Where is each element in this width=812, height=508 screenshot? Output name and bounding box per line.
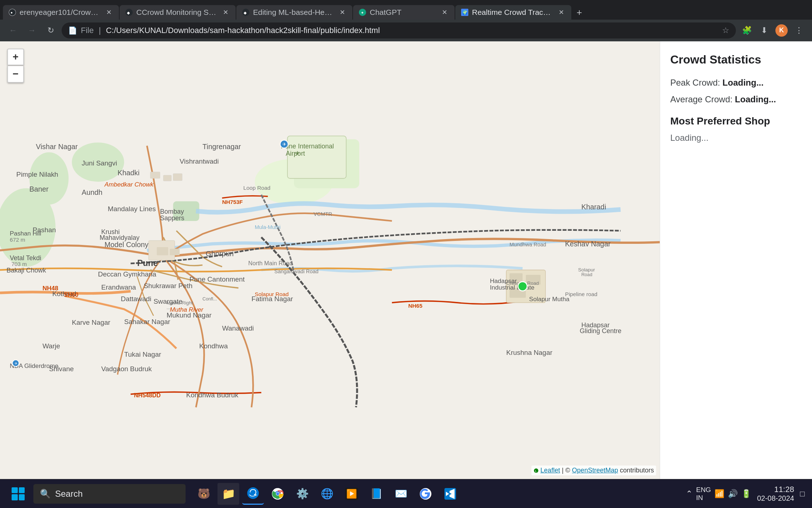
clock-time: 11:28 xyxy=(774,485,794,494)
windows-logo xyxy=(12,487,25,500)
clock-date: 02-08-2024 xyxy=(757,494,794,503)
map-attribution: L Leaflet | © OpenStreetMap contributors xyxy=(531,466,656,475)
forward-button[interactable]: → xyxy=(24,22,40,38)
peak-crowd-row: Peak Crowd: Loading... xyxy=(670,77,802,89)
tab-2-favicon: ◆ xyxy=(125,9,133,16)
nav-bar: ← → ↻ 📄 File | C:/Users/KUNAL/Downloads/… xyxy=(0,20,812,41)
tab-2[interactable]: ◆ CCrowd Monitoring System ✕ xyxy=(120,5,236,20)
tab-bar: ● erenyeager101/Crowd-monito... ✕ ◆ CCro… xyxy=(0,0,812,20)
address-bar[interactable]: 📄 File | C:/Users/KUNAL/Downloads/sam-ha… xyxy=(62,22,736,38)
svg-text:Juni Sangvi: Juni Sangvi xyxy=(82,159,117,167)
tab-4[interactable]: ✦ ChatGPT ✕ xyxy=(353,5,455,20)
svg-text:Sahakar Nagar: Sahakar Nagar xyxy=(124,318,170,325)
zoom-out-button[interactable]: − xyxy=(7,66,24,83)
svg-text:Kondhwa: Kondhwa xyxy=(199,342,228,350)
start-button[interactable] xyxy=(7,483,29,505)
back-button[interactable]: ← xyxy=(5,22,21,38)
win-logo-tl xyxy=(12,487,18,493)
svg-text:Tingrenagar: Tingrenagar xyxy=(203,143,241,151)
svg-text:Baner: Baner xyxy=(29,185,49,193)
tab-3-close[interactable]: ✕ xyxy=(338,8,347,17)
menu-button[interactable]: ⋮ xyxy=(791,22,807,38)
taskbar-app-browser2[interactable]: 🌐 xyxy=(316,483,338,505)
taskbar-app-gmail[interactable]: ✉️ xyxy=(390,483,412,505)
svg-text:Mutha River: Mutha River xyxy=(170,306,204,313)
taskbar-app-word[interactable]: 📘 xyxy=(365,483,387,505)
svg-text:Bombay: Bombay xyxy=(160,208,184,215)
osm-label[interactable]: OpenStreetMap xyxy=(572,467,618,474)
svg-text:Airport: Airport xyxy=(286,150,305,157)
taskbar-app-mxplayer[interactable]: ▶️ xyxy=(341,483,362,505)
svg-text:Shukrawar Peth: Shukrawar Peth xyxy=(144,282,192,290)
taskbar-search[interactable]: 🔍 Search xyxy=(33,484,186,504)
taskbar-app-settings[interactable]: ⚙️ xyxy=(291,483,313,505)
tab-1-close[interactable]: ✕ xyxy=(104,8,113,17)
average-crowd-row: Average Crowd: Loading... xyxy=(670,93,802,106)
extensions-button[interactable]: 🧩 xyxy=(739,22,755,38)
svg-text:✈: ✈ xyxy=(282,142,286,147)
tab-1[interactable]: ● erenyeager101/Crowd-monito... ✕ xyxy=(3,5,119,20)
taskbar: 🔍 Search 🐻 📁 xyxy=(0,479,812,508)
zoom-in-button[interactable]: + xyxy=(7,49,24,65)
systray-battery[interactable]: 🔋 xyxy=(741,489,751,499)
svg-rect-19 xyxy=(163,175,171,181)
main-content: ✈ Vishar Nagar Tingrenagar Pune Internat… xyxy=(0,41,812,479)
most-preferred-shop-title: Most Preferred Shop xyxy=(670,115,802,127)
vscode-icon xyxy=(444,488,456,500)
systray-wifi[interactable]: 📶 xyxy=(714,489,724,499)
notification-icon[interactable]: □ xyxy=(800,489,805,499)
taskbar-app-edge[interactable] xyxy=(242,483,264,505)
download-button[interactable]: ⬇ xyxy=(756,22,772,38)
peak-crowd-label: Peak Crowd: xyxy=(670,78,722,87)
tab-3-title: Editing ML-based-Heart-Disea... xyxy=(253,8,334,17)
svg-text:Deccan Gymkhana: Deccan Gymkhana xyxy=(98,270,156,278)
tab-5-close[interactable]: ✕ xyxy=(557,8,566,17)
svg-text:Pune Cantonment: Pune Cantonment xyxy=(190,275,245,283)
svg-text:Solapur Road: Solapur Road xyxy=(255,291,289,297)
address-protocol: File xyxy=(81,26,94,35)
tab-2-title: CCrowd Monitoring System xyxy=(136,8,218,17)
taskbar-clock[interactable]: 11:28 02-08-2024 xyxy=(757,485,794,503)
svg-text:NH65: NH65 xyxy=(408,303,423,309)
svg-text:✦: ✦ xyxy=(361,11,364,15)
average-crowd-value: Loading... xyxy=(735,94,776,104)
leaflet-label[interactable]: Leaflet xyxy=(540,467,560,474)
svg-text:Confl...: Confl... xyxy=(203,296,217,302)
svg-point-102 xyxy=(518,282,527,291)
profile-button[interactable]: K xyxy=(774,22,790,38)
svg-text:Erandwana: Erandwana xyxy=(101,283,136,291)
svg-text:Pipeline road: Pipeline road xyxy=(565,291,597,297)
systray-arrow[interactable]: ⌃ xyxy=(686,489,692,499)
map-container[interactable]: ✈ Vishar Nagar Tingrenagar Pune Internat… xyxy=(0,41,660,479)
tab-2-close[interactable]: ✕ xyxy=(221,8,230,17)
svg-text:Keshav Nagar: Keshav Nagar xyxy=(565,240,611,248)
svg-text:Sangamwadi Road: Sangamwadi Road xyxy=(274,269,319,274)
svg-rect-23 xyxy=(170,249,180,255)
svg-text:Krushna Nagar: Krushna Nagar xyxy=(506,349,552,356)
svg-text:Ghorpuri: Ghorpuri xyxy=(206,250,234,258)
svg-text:Vishrantwadi: Vishrantwadi xyxy=(180,157,219,165)
svg-text:Model Colony: Model Colony xyxy=(104,241,148,249)
tab-4-close[interactable]: ✕ xyxy=(440,8,449,17)
bookmark-icon[interactable]: ☆ xyxy=(722,26,729,35)
taskbar-widget[interactable]: 🐻 xyxy=(193,483,215,505)
taskbar-app-google[interactable] xyxy=(415,483,436,505)
taskbar-app-vscode[interactable] xyxy=(439,483,461,505)
systray-sound[interactable]: 🔊 xyxy=(728,489,738,499)
tab-3[interactable]: ◆ Editing ML-based-Heart-Disea... ✕ xyxy=(236,5,352,20)
taskbar-app-file-explorer[interactable]: 📁 xyxy=(218,483,239,505)
svg-text:Tukai Nagar: Tukai Nagar xyxy=(124,351,161,358)
sidebar-title: Crowd Statistics xyxy=(670,53,802,66)
taskbar-app-chrome[interactable] xyxy=(267,483,289,505)
tab-5[interactable]: 🌍 Realtime Crowd Tracking ✕ xyxy=(455,5,571,20)
win-logo-bl xyxy=(12,494,18,500)
svg-text:Mula-Muthi: Mula-Muthi xyxy=(255,224,281,230)
svg-text:North Main Road: North Main Road xyxy=(248,260,293,266)
svg-text:Vadgaon Budruk: Vadgaon Budruk xyxy=(101,365,152,373)
svg-text:SH60: SH60 xyxy=(64,291,79,298)
svg-text:◆: ◆ xyxy=(127,11,130,15)
svg-text:Mundhwa Road: Mundhwa Road xyxy=(510,242,546,247)
new-tab-button[interactable]: + xyxy=(572,5,587,20)
svg-text:NH48: NH48 xyxy=(42,285,58,292)
refresh-button[interactable]: ↻ xyxy=(43,22,59,38)
